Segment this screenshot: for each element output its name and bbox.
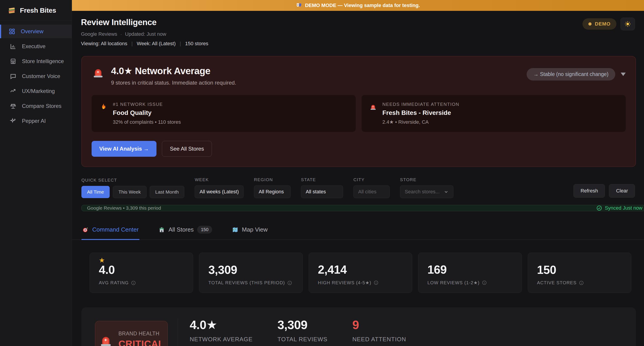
see-all-stores-button[interactable]: See All Stores (162, 141, 212, 157)
demo-dot-icon (588, 22, 592, 26)
store-filter-label: STORE (400, 177, 454, 182)
trend-status-pill: → Stable (no significant change) (527, 68, 615, 80)
sidebar-item-executive[interactable]: Executive (0, 40, 72, 53)
quick-last-month-button[interactable]: Last Month (150, 186, 184, 198)
filter-bar: QUICK SELECT All Time This Week Last Mon… (82, 177, 635, 198)
info-icon[interactable] (287, 280, 292, 286)
sidebar: Fresh Bites Overview Executive Store Int… (0, 0, 72, 346)
network-average-metric: 4.0★ NETWORK AVERAGE ↑0.01 vs last week (190, 319, 252, 346)
sidebar-item-customer-voice[interactable]: Customer Voice (0, 70, 72, 83)
info-icon[interactable] (131, 280, 136, 286)
tab-label: Command Center (92, 226, 138, 233)
info-icon[interactable] (482, 280, 487, 285)
tab-label: All Stores (168, 226, 194, 233)
tab-label: Map View (242, 226, 268, 233)
region-filter-label: REGION (254, 177, 290, 182)
issue-kicker: #1 NETWORK ISSUE (113, 102, 181, 107)
sandwich-logo-icon (8, 6, 16, 14)
storefront-icon (10, 58, 16, 65)
sync-status-bar: Google Reviews • 3,309 this period Synce… (82, 205, 644, 211)
sidebar-item-compare-stores[interactable]: Compare Stores (0, 99, 72, 113)
issue-meta: 32% of complaints • 110 stores (113, 119, 181, 125)
sidebar-item-label: UX/Marketing (22, 88, 55, 94)
page-title: Review Intelligence (81, 18, 635, 27)
banner-text: DEMO MODE — Viewing sample data for test… (305, 2, 420, 8)
store-search-select[interactable]: Search stores... (400, 186, 454, 198)
attention-store-meta: 2.4★ • Riverside, CA (382, 119, 459, 125)
view-ai-analysis-button[interactable]: View AI Analysis → (92, 141, 156, 157)
refresh-button[interactable]: Refresh (574, 184, 605, 198)
attention-kicker: NEEDS IMMEDIATE ATTENTION (382, 102, 459, 107)
high-reviews-value: 2,414 (318, 264, 403, 276)
sidebar-item-overview[interactable]: Overview (0, 25, 72, 38)
avg-rating-value: 4.0 (99, 264, 184, 276)
viewing-store-count: 150 stores (185, 41, 208, 46)
tab-command-center[interactable]: Command Center (82, 220, 140, 240)
separator: | (180, 41, 181, 46)
sidebar-item-ux-marketing[interactable]: UX/Marketing (0, 84, 72, 98)
view-tabbar: Command Center All Stores 150 (72, 220, 644, 240)
need-attention-value: 9 (352, 319, 406, 331)
active-stores-card: 150 ACTIVE STORES (528, 252, 631, 293)
total-reviews-metric-label: TOTAL REVIEWS (278, 336, 328, 343)
info-icon[interactable] (579, 280, 584, 286)
region-filter-group: REGION All Regions (254, 177, 290, 198)
demo-badge: DEMO (582, 18, 616, 30)
sidebar-item-label: Store Intelligence (22, 58, 64, 64)
siren-icon (98, 333, 113, 346)
region-select[interactable]: All Regions (254, 186, 290, 198)
store-count-badge: 150 (197, 226, 212, 234)
header-actions: DEMO (582, 18, 635, 30)
week-select[interactable]: All weeks (Latest) (195, 186, 244, 198)
brand-health-status: CRITICAL (118, 338, 164, 346)
updated-label: Updated: Just now (125, 31, 166, 37)
quick-select-group: QUICK SELECT All Time This Week Last Mon… (82, 178, 184, 198)
tab-all-stores[interactable]: All Stores 150 (158, 220, 213, 240)
active-stores-value: 150 (537, 264, 622, 276)
low-reviews-label: LOW REVIEWS (1-2★) (427, 280, 480, 286)
viewing-week: Week: All (Latest) (137, 41, 176, 46)
state-filter-group: STATE All states (301, 177, 343, 198)
active-stores-label: ACTIVE STORES (537, 280, 576, 286)
sync-summary: Google Reviews • 3,309 this period (87, 205, 161, 211)
info-icon[interactable] (374, 280, 378, 285)
brand-name: Fresh Bites (20, 6, 56, 14)
avg-rating-card: ★ 4.0 AVG RATING (90, 252, 193, 293)
low-reviews-value: 169 (427, 264, 512, 276)
total-reviews-metric: 3,309 TOTAL REVIEWS (278, 319, 328, 343)
clear-button[interactable]: Clear (609, 184, 635, 198)
sidebar-item-label: Customer Voice (22, 73, 60, 80)
quick-this-week-button[interactable]: This Week (113, 186, 146, 198)
scales-icon (10, 103, 16, 110)
theme-toggle-button[interactable] (620, 18, 635, 30)
city-select[interactable]: All cities (354, 186, 390, 198)
brand-health-kicker: BRAND HEALTH (118, 330, 164, 337)
need-attention-metric: 9 NEED ATTENTION View → (352, 319, 406, 346)
meta-dot: · (120, 32, 122, 37)
total-reviews-value: 3,309 (208, 264, 293, 276)
week-filter-group: WEEK All weeks (Latest) (195, 177, 244, 198)
sun-icon (624, 21, 631, 27)
sidebar-item-store-intelligence[interactable]: Store Intelligence (0, 54, 72, 68)
alert-subtitle: 9 stores in critical status. Immediate a… (111, 80, 520, 86)
week-filter-label: WEEK (195, 177, 244, 182)
alert-title: 4.0★ Network Average (111, 65, 520, 76)
state-filter-label: STATE (301, 177, 343, 182)
grid-icon (8, 28, 16, 35)
tab-map-view[interactable]: Map View (231, 220, 269, 240)
star-icon: ★ (99, 257, 184, 264)
app-brand: Fresh Bites (0, 0, 72, 20)
collapse-caret-icon[interactable] (621, 72, 626, 76)
sidebar-item-pepper-ai[interactable]: Pepper AI (0, 114, 72, 128)
state-select[interactable]: All states (301, 186, 343, 198)
sidebar-item-label: Pepper AI (22, 118, 46, 124)
sidebar-item-label: Executive (22, 43, 46, 50)
alert-text: 4.0★ Network Average 9 stores in critica… (111, 65, 520, 86)
chevron-down-icon (444, 189, 449, 194)
bar-chart-icon (10, 43, 16, 50)
kpi-cards: ★ 4.0 AVG RATING 3,309 TOTAL REVIEWS (TH… (90, 252, 631, 293)
demo-badge-label: DEMO (595, 21, 610, 27)
need-attention-label: NEED ATTENTION (352, 336, 406, 343)
quick-all-time-button[interactable]: All Time (82, 186, 110, 198)
high-reviews-label: HIGH REVIEWS (4-5★) (318, 280, 371, 286)
